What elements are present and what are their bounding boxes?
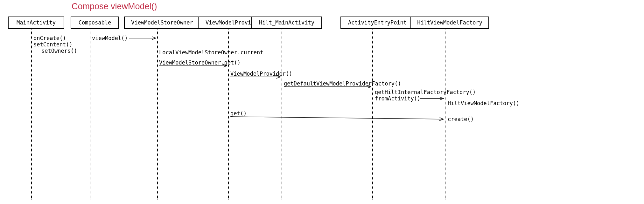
msg-localowner: LocalViewModelStoreOwner.current [159,49,263,56]
msg-setcontent: setContent() [33,41,73,48]
actor-hilt-viewmodel-factory: HiltViewModelFactory [410,17,489,29]
diagram-title: Compose viewModel() [72,2,157,11]
lifeline-hilt-viewmodel-factory [445,29,445,200]
actor-label: ViewModelStoreOwner [131,19,193,26]
msg-storeget: ViewModelStoreOwner.get() [159,59,241,66]
msg-create: create() [448,116,474,122]
lifeline-hilt-main-activity [282,29,282,200]
actor-label: MainActivity [17,19,56,26]
actor-activity-entry-point: ActivityEntryPoint [340,17,414,29]
msg-getdefault: getDefaultViewModelProviderFactory() [284,80,401,87]
msg-get: get() [230,110,247,117]
msg-provctor: ViewModelProvider() [230,71,292,77]
actor-viewmodel-store-owner: ViewModelStoreOwner [124,17,200,29]
lifeline-viewmodel-store-owner [157,29,158,200]
actor-composable: Composable [71,17,119,29]
actor-label: Hilt_MainActivity [259,19,314,26]
lifeline-composable [90,29,90,200]
actor-label: HiltViewModelFactory [417,19,482,26]
sequence-arrows [0,0,644,204]
lifeline-main-activity [31,29,32,200]
msg-hvmfctor: HiltViewModelFactory() [448,100,519,106]
msg-gethiltinternal: getHiltInternalFactoryFactory() [375,89,476,95]
lifeline-activity-entry-point [372,29,373,200]
actor-main-activity: MainActivity [8,17,64,29]
msg-viewmodel: viewModel() [92,35,128,41]
msg-oncreate: onCreate() [33,35,66,41]
svg-line-5 [230,117,444,119]
actor-label: ActivityEntryPoint [348,19,407,26]
msg-setowners: setOwners() [41,48,77,54]
actor-label: Composable [79,19,111,26]
msg-fromactivity: fromActivity() [375,95,420,102]
actor-hilt-main-activity: Hilt_MainActivity [251,17,322,29]
